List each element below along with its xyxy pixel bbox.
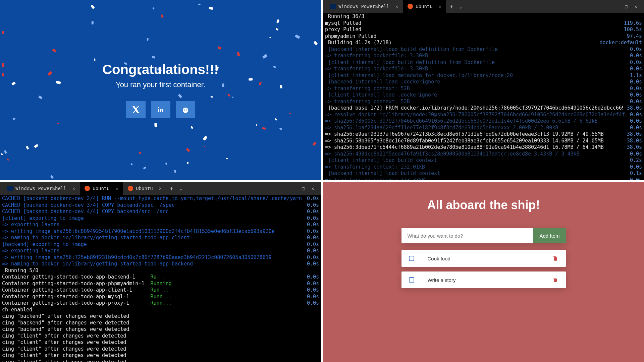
terminal-output[interactable]: CACHED [backend backend-dev 2/4] RUN --m… bbox=[0, 195, 321, 362]
todo-title: All aboard the ship! bbox=[427, 198, 540, 212]
tab-label: Ubuntu bbox=[416, 4, 433, 9]
ubuntu-icon bbox=[85, 186, 90, 191]
svg-point-2 bbox=[186, 110, 187, 111]
twitter-icon bbox=[132, 106, 140, 114]
ubuntu-icon bbox=[408, 4, 413, 9]
add-item-button[interactable]: Add Item bbox=[533, 228, 566, 243]
todo-form: Add Item bbox=[401, 228, 566, 243]
powershell-icon bbox=[7, 186, 13, 191]
todo-checkbox[interactable] bbox=[409, 256, 414, 261]
terminal-top-right: Windows PowerShell ✕ Ubuntu ✕ + ⌄ — ▢ ✕ … bbox=[323, 0, 644, 180]
close-icon[interactable]: ✕ bbox=[439, 4, 441, 9]
svg-point-1 bbox=[184, 110, 185, 111]
delete-button[interactable] bbox=[552, 255, 558, 261]
powershell-icon bbox=[330, 4, 336, 9]
minimize-button[interactable]: — bbox=[615, 4, 618, 9]
delete-button[interactable] bbox=[552, 277, 558, 283]
tab-powershell[interactable]: Windows PowerShell ✕ bbox=[326, 0, 403, 13]
close-icon[interactable]: ✕ bbox=[116, 186, 118, 191]
todo-list: Cook food Write a story bbox=[401, 250, 566, 293]
add-tab-button[interactable]: + bbox=[446, 3, 457, 10]
twitter-button[interactable] bbox=[126, 101, 146, 118]
congrats-subtitle: You ran your first container. bbox=[102, 80, 219, 89]
todo-text: Cook food bbox=[428, 256, 552, 261]
reddit-icon bbox=[181, 106, 190, 114]
reddit-button[interactable] bbox=[176, 101, 195, 118]
add-tab-button[interactable]: + bbox=[166, 185, 177, 192]
close-icon[interactable]: ✕ bbox=[395, 4, 398, 9]
tab-label: Windows PowerShell bbox=[338, 4, 389, 9]
congrats-title: Congratulations!!! bbox=[102, 62, 219, 77]
close-icon[interactable]: ✕ bbox=[159, 186, 162, 191]
terminal-titlebar: Windows PowerShell ✕ Ubuntu ✕ Ubuntu ✕ +… bbox=[0, 182, 321, 195]
linkedin-button[interactable] bbox=[151, 101, 170, 118]
minimize-button[interactable]: — bbox=[292, 186, 295, 191]
tab-label: Ubuntu bbox=[136, 186, 153, 191]
todo-app-panel: All aboard the ship! Add Item Cook food … bbox=[323, 182, 644, 362]
close-button[interactable]: ✕ bbox=[312, 186, 314, 191]
tab-dropdown[interactable]: ⌄ bbox=[177, 186, 185, 191]
tab-label: Ubuntu bbox=[93, 186, 110, 191]
svg-point-0 bbox=[183, 108, 188, 113]
terminal-titlebar: Windows PowerShell ✕ Ubuntu ✕ + ⌄ — ▢ ✕ bbox=[323, 0, 644, 13]
close-button[interactable]: ✕ bbox=[635, 4, 637, 9]
maximize-button[interactable]: ▢ bbox=[625, 4, 628, 9]
linkedin-icon bbox=[157, 106, 165, 114]
tab-powershell[interactable]: Windows PowerShell ✕ bbox=[3, 182, 80, 195]
trash-icon bbox=[552, 255, 558, 261]
todo-input[interactable] bbox=[401, 228, 534, 243]
terminal-bottom-left: Windows PowerShell ✕ Ubuntu ✕ Ubuntu ✕ +… bbox=[0, 182, 321, 362]
todo-item: Write a story bbox=[401, 272, 566, 288]
trash-icon bbox=[552, 277, 558, 283]
tab-ubuntu-2[interactable]: Ubuntu ✕ bbox=[123, 182, 166, 195]
close-icon[interactable]: ✕ bbox=[72, 186, 75, 191]
terminal-output[interactable]: Running 36/3mysql Pulled119.6sproxy Pull… bbox=[323, 13, 644, 180]
tab-label: Windows PowerShell bbox=[15, 186, 66, 191]
todo-text: Write a story bbox=[428, 277, 552, 283]
maximize-button[interactable]: ▢ bbox=[302, 186, 305, 191]
tab-dropdown[interactable]: ⌄ bbox=[457, 4, 465, 9]
congrats-panel: Congratulations!!! You ran your first co… bbox=[0, 0, 321, 180]
todo-checkbox[interactable] bbox=[409, 277, 414, 283]
todo-item: Cook food bbox=[401, 250, 566, 267]
ubuntu-icon bbox=[128, 186, 133, 191]
tab-ubuntu[interactable]: Ubuntu ✕ bbox=[403, 0, 446, 13]
tab-ubuntu[interactable]: Ubuntu ✕ bbox=[80, 182, 123, 195]
